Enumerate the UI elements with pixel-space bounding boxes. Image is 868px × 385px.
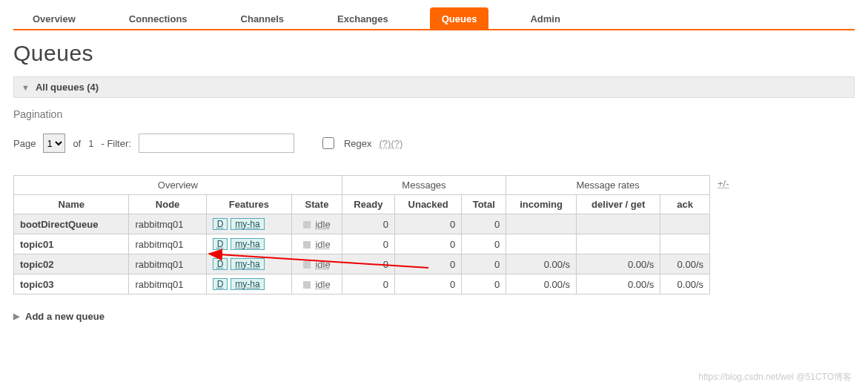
cell-ready: 0 bbox=[342, 254, 394, 274]
cell-node: rabbitmq01 bbox=[129, 214, 206, 234]
table-row: topic02rabbitmq01Dmy-haidle0000.00/s0.00… bbox=[14, 254, 710, 274]
cell-incoming: 0.00/s bbox=[506, 254, 577, 274]
state-text: idle bbox=[315, 259, 330, 270]
cell-incoming: 0.00/s bbox=[506, 274, 577, 294]
th-features[interactable]: Features bbox=[206, 195, 292, 214]
cell-incoming bbox=[506, 234, 577, 254]
cell-node: rabbitmq01 bbox=[129, 254, 206, 274]
columns-plus-minus[interactable]: +/- bbox=[718, 178, 729, 189]
chevron-down-icon: ▼ bbox=[21, 83, 30, 92]
cell-features: Dmy-ha bbox=[206, 274, 292, 294]
feature-durable-badge[interactable]: D bbox=[213, 278, 228, 290]
cell-unacked: 0 bbox=[394, 254, 461, 274]
cell-state: idle bbox=[292, 254, 342, 274]
tab-channels[interactable]: Channels bbox=[229, 7, 296, 29]
filter-input[interactable] bbox=[139, 134, 294, 153]
th-ack[interactable]: ack bbox=[660, 195, 710, 214]
filter-label: - Filter: bbox=[101, 138, 130, 149]
cell-ack bbox=[660, 234, 710, 254]
th-deliver-get[interactable]: deliver / get bbox=[577, 195, 660, 214]
feature-durable-badge[interactable]: D bbox=[213, 218, 228, 230]
cell-deliver-get bbox=[577, 234, 660, 254]
table-row: topic03rabbitmq01Dmy-haidle0000.00/s0.00… bbox=[14, 274, 710, 294]
cell-state: idle bbox=[292, 214, 342, 234]
th-group-messages: Messages bbox=[342, 176, 506, 195]
section-all-queues[interactable]: ▼ All queues (4) bbox=[13, 76, 855, 98]
cell-unacked: 0 bbox=[394, 214, 461, 234]
cell-deliver-get: 0.00/s bbox=[577, 254, 660, 274]
th-group-rates: Message rates bbox=[506, 176, 710, 195]
regex-label: Regex bbox=[344, 138, 372, 149]
th-incoming[interactable]: incoming bbox=[506, 195, 577, 214]
tab-overview[interactable]: Overview bbox=[21, 7, 87, 29]
state-text: idle bbox=[315, 219, 330, 230]
cell-node: rabbitmq01 bbox=[129, 274, 206, 294]
state-dot-icon bbox=[303, 221, 311, 228]
table-row: bootDirectQueuerabbitmq01Dmy-haidle000 bbox=[14, 214, 710, 234]
feature-ha-badge[interactable]: my-ha bbox=[231, 238, 264, 250]
cell-features: Dmy-ha bbox=[206, 214, 292, 234]
cell-state: idle bbox=[292, 274, 342, 294]
feature-durable-badge[interactable]: D bbox=[213, 238, 228, 250]
cell-features: Dmy-ha bbox=[206, 234, 292, 254]
cell-ready: 0 bbox=[342, 234, 394, 254]
cell-total: 0 bbox=[462, 214, 506, 234]
state-text: idle bbox=[315, 239, 330, 250]
th-ready[interactable]: Ready bbox=[342, 195, 394, 214]
cell-name[interactable]: topic02 bbox=[14, 254, 129, 274]
section-add-queue[interactable]: ▶ Add a new queue bbox=[13, 311, 855, 322]
tab-connections[interactable]: Connections bbox=[117, 7, 199, 29]
main-tabs: Overview Connections Channels Exchanges … bbox=[13, 0, 855, 30]
cell-ready: 0 bbox=[342, 214, 394, 234]
cell-ack: 0.00/s bbox=[660, 274, 710, 294]
cell-unacked: 0 bbox=[394, 234, 461, 254]
cell-features: Dmy-ha bbox=[206, 254, 292, 274]
feature-ha-badge[interactable]: my-ha bbox=[231, 258, 264, 270]
feature-ha-badge[interactable]: my-ha bbox=[231, 218, 264, 230]
cell-incoming bbox=[506, 214, 577, 234]
queues-table: Overview Messages Message rates Name Nod… bbox=[13, 175, 710, 294]
cell-total: 0 bbox=[462, 274, 506, 294]
cell-ready: 0 bbox=[342, 274, 394, 294]
th-total[interactable]: Total bbox=[462, 195, 506, 214]
state-dot-icon bbox=[303, 281, 311, 289]
tab-queues[interactable]: Queues bbox=[430, 7, 489, 29]
cell-node: rabbitmq01 bbox=[129, 234, 206, 254]
page-label: Page bbox=[13, 138, 36, 149]
watermark-text: https://blog.csdn.net/wei @51CTO博客 bbox=[698, 371, 852, 384]
th-node[interactable]: Node bbox=[129, 195, 206, 214]
pagination-heading: Pagination bbox=[13, 108, 855, 120]
cell-total: 0 bbox=[462, 234, 506, 254]
state-dot-icon bbox=[303, 241, 311, 249]
table-row: topic01rabbitmq01Dmy-haidle000 bbox=[14, 234, 710, 254]
cell-name[interactable]: topic01 bbox=[14, 234, 129, 254]
feature-durable-badge[interactable]: D bbox=[213, 258, 228, 270]
th-state[interactable]: State bbox=[292, 195, 342, 214]
page-select[interactable]: 1 bbox=[43, 134, 65, 153]
cell-state: idle bbox=[292, 234, 342, 254]
state-dot-icon bbox=[303, 261, 311, 269]
regex-help[interactable]: (?)(?) bbox=[379, 138, 402, 149]
cell-total: 0 bbox=[462, 254, 506, 274]
cell-name[interactable]: bootDirectQueue bbox=[14, 214, 129, 234]
feature-ha-badge[interactable]: my-ha bbox=[231, 278, 264, 290]
cell-unacked: 0 bbox=[394, 274, 461, 294]
th-name[interactable]: Name bbox=[14, 195, 129, 214]
cell-ack bbox=[660, 214, 710, 234]
th-unacked[interactable]: Unacked bbox=[394, 195, 461, 214]
tab-admin[interactable]: Admin bbox=[518, 7, 572, 29]
pagination-controls: Page 1 of 1 - Filter: Regex (?)(?) bbox=[13, 134, 855, 153]
th-group-overview: Overview bbox=[14, 176, 342, 195]
of-label: of bbox=[73, 138, 81, 149]
state-text: idle bbox=[315, 279, 330, 290]
section-all-queues-label: All queues (4) bbox=[36, 82, 99, 93]
chevron-right-icon: ▶ bbox=[13, 312, 19, 321]
cell-deliver-get: 0.00/s bbox=[577, 274, 660, 294]
total-pages: 1 bbox=[88, 138, 93, 149]
page-title: Queues bbox=[13, 41, 855, 66]
add-queue-label: Add a new queue bbox=[25, 311, 105, 322]
cell-ack: 0.00/s bbox=[660, 254, 710, 274]
tab-exchanges[interactable]: Exchanges bbox=[325, 7, 400, 29]
regex-checkbox[interactable] bbox=[322, 137, 334, 149]
cell-name[interactable]: topic03 bbox=[14, 274, 129, 294]
